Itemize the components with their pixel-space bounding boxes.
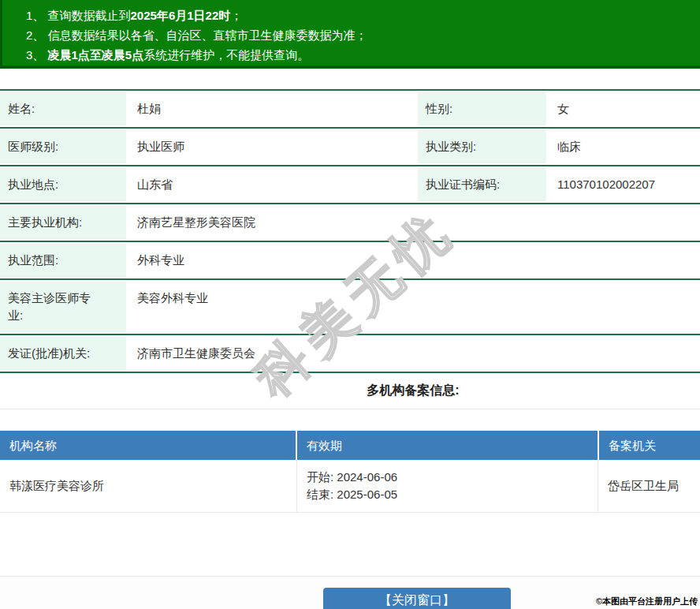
filing-table-row: 韩漾医疗美容诊所 开始: 2024-06-06 结束: 2025-06-05 岱… xyxy=(0,460,700,513)
name-value: 杜娟 xyxy=(126,92,416,125)
practice-scope-label: 执业范围: xyxy=(0,244,126,277)
multi-institution-section-title: 多机构备案信息: xyxy=(126,383,700,399)
table-row-main-institution: 主要执业机构: 济南艺星整形美容医院 xyxy=(0,204,700,242)
table-row-name-gender: 姓名: 杜娟 性别: 女 xyxy=(0,91,700,129)
practice-category-label: 执业类别: xyxy=(418,130,546,163)
institution-name-value: 韩漾医疗美容诊所 xyxy=(0,460,297,512)
notice-3-text: 3、 xyxy=(26,48,48,62)
filing-agency-value: 岱岳区卫生局 xyxy=(598,460,700,512)
practice-location-value: 山东省 xyxy=(126,168,416,201)
notice-1-suffix: ； xyxy=(230,9,242,22)
table-row-cosmetic-specialty: 美容主诊医师专业: 美容外科专业 xyxy=(0,280,700,335)
table-row-issuing-authority: 发证(批准)机关: 济南市卫生健康委员会 xyxy=(0,335,700,373)
notice-line-1: 1、 查询数据截止到2025年6月1日22时； xyxy=(26,6,684,25)
multi-institution-title-row: 多机构备案信息: xyxy=(0,373,700,409)
practitioner-info-table: 姓名: 杜娟 性别: 女 医师级别: 执业医师 执业类别: 临床 执业地点: 山… xyxy=(0,89,700,409)
main-institution-label: 主要执业机构: xyxy=(0,206,126,239)
notice-2-text: 2、 信息数据结果以各省、自治区、直辖市卫生健康委数据为准； xyxy=(26,28,367,42)
notice-panel: 1、 查询数据截止到2025年6月1日22时； 2、 信息数据结果以各省、自治区… xyxy=(0,0,700,69)
filing-table: 机构名称 有效期 备案机关 韩漾医疗美容诊所 开始: 2024-06-06 结束… xyxy=(0,431,700,513)
cosmetic-specialty-value: 美容外科专业 xyxy=(126,282,700,332)
table-row-practice-scope: 执业范围: 外科专业 xyxy=(0,242,700,280)
issuing-authority-label: 发证(批准)机关: xyxy=(0,337,126,370)
gender-value: 女 xyxy=(546,92,700,125)
institution-name-header: 机构名称 xyxy=(0,431,296,460)
notice-line-3: 3、 凌晨1点至凌晨5点系统进行维护，不能提供查询。 xyxy=(26,45,684,65)
notice-1-bold-text: 2025年6月1日22时 xyxy=(131,9,231,22)
notice-line-2: 2、 信息数据结果以各省、自治区、直辖市卫生健康委数据为准； xyxy=(26,25,684,45)
validity-end: 结束: 2025-06-05 xyxy=(307,486,588,503)
copyright-text: ©本图由平台注册用户上传 xyxy=(596,596,698,607)
name-label: 姓名: xyxy=(0,92,126,125)
filing-table-header: 机构名称 有效期 备案机关 xyxy=(0,431,700,460)
notice-3-suffix: 系统进行维护，不能提供查询。 xyxy=(143,48,309,62)
certificate-number-label: 执业证书编码: xyxy=(418,168,546,201)
validity-start: 开始: 2024-06-06 xyxy=(307,469,588,486)
main-institution-value: 济南艺星整形美容医院 xyxy=(126,206,700,239)
certificate-number-value: 110370102002207 xyxy=(546,168,700,201)
cosmetic-specialty-label: 美容主诊医师专业: xyxy=(0,282,126,332)
doctor-level-value: 执业医师 xyxy=(126,130,416,163)
validity-period-header: 有效期 xyxy=(297,431,598,460)
notice-3-bold-text: 凌晨1点至凌晨5点 xyxy=(48,48,144,62)
practice-location-label: 执业地点: xyxy=(0,168,126,201)
gender-label: 性别: xyxy=(418,92,546,125)
validity-period-value: 开始: 2024-06-06 结束: 2025-06-05 xyxy=(297,460,598,512)
notice-1-text: 1、 查询数据截止到 xyxy=(26,9,131,22)
doctor-level-label: 医师级别: xyxy=(0,130,126,163)
close-window-button[interactable]: 【关闭窗口】 xyxy=(323,588,511,609)
table-row-location-certificate: 执业地点: 山东省 执业证书编码: 110370102002207 xyxy=(0,166,700,204)
practice-scope-value: 外科专业 xyxy=(126,244,700,277)
table-row-level-category: 医师级别: 执业医师 执业类别: 临床 xyxy=(0,129,700,166)
practice-category-value: 临床 xyxy=(546,130,700,163)
filing-agency-header: 备案机关 xyxy=(599,431,700,460)
issuing-authority-value: 济南市卫生健康委员会 xyxy=(126,337,700,370)
